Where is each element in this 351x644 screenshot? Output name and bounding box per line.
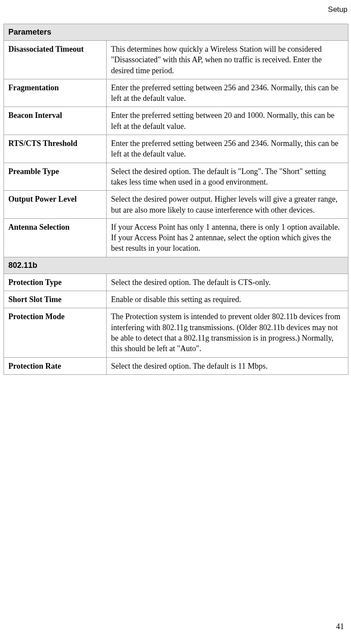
table-row: Antenna Selection If your Access Point h… [4, 218, 348, 257]
param-name: Protection Rate [4, 357, 107, 374]
param-desc: Enter the preferred setting between 256 … [107, 79, 348, 107]
page-number: 41 [336, 622, 344, 631]
param-desc: Select the desired option. The default i… [107, 357, 348, 374]
table-row: Protection Type Select the desired optio… [4, 274, 348, 291]
param-name: RTS/CTS Threshold [4, 135, 107, 163]
table-row: Protection Mode The Protection system is… [4, 308, 348, 357]
param-name: Fragmentation [4, 79, 107, 107]
param-name: Antenna Selection [4, 218, 107, 257]
table-row: Beacon Interval Enter the preferred sett… [4, 107, 348, 135]
param-name: Beacon Interval [4, 107, 107, 135]
param-name: Preamble Type [4, 163, 107, 191]
table-row: Disassociated Timeout This determines ho… [4, 41, 348, 79]
param-name: Protection Type [4, 274, 107, 291]
param-desc: The Protection system is intended to pre… [107, 308, 348, 357]
param-desc: If your Access Point has only 1 antenna,… [107, 218, 348, 257]
parameters-table: Parameters Disassociated Timeout This de… [4, 24, 348, 375]
param-name: Protection Mode [4, 308, 107, 357]
param-desc: Select the desired option. The default i… [107, 274, 348, 291]
table-row: Fragmentation Enter the preferred settin… [4, 79, 348, 107]
param-desc: Select the desired option. The default i… [107, 163, 348, 191]
page-header: Setup [4, 5, 348, 14]
param-desc: Enable or disable this setting as requir… [107, 291, 348, 308]
table-row: Preamble Type Select the desired option.… [4, 163, 348, 191]
param-desc: Enter the preferred setting between 256 … [107, 135, 348, 163]
param-desc: Select the desired power output. Higher … [107, 191, 348, 219]
table-row: Protection Rate Select the desired optio… [4, 357, 348, 374]
param-name: Output Power Level [4, 191, 107, 219]
param-desc: This determines how quickly a Wireless S… [107, 41, 348, 79]
table-row: Short Slot Time Enable or disable this s… [4, 291, 348, 308]
section-header-parameters: Parameters [4, 24, 348, 41]
table-row: Output Power Level Select the desired po… [4, 191, 348, 219]
param-desc: Enter the preferred setting between 20 a… [107, 107, 348, 135]
section-header-80211b: 802.11b [4, 257, 348, 274]
table-row: RTS/CTS Threshold Enter the preferred se… [4, 135, 348, 163]
param-name: Disassociated Timeout [4, 41, 107, 79]
param-name: Short Slot Time [4, 291, 107, 308]
